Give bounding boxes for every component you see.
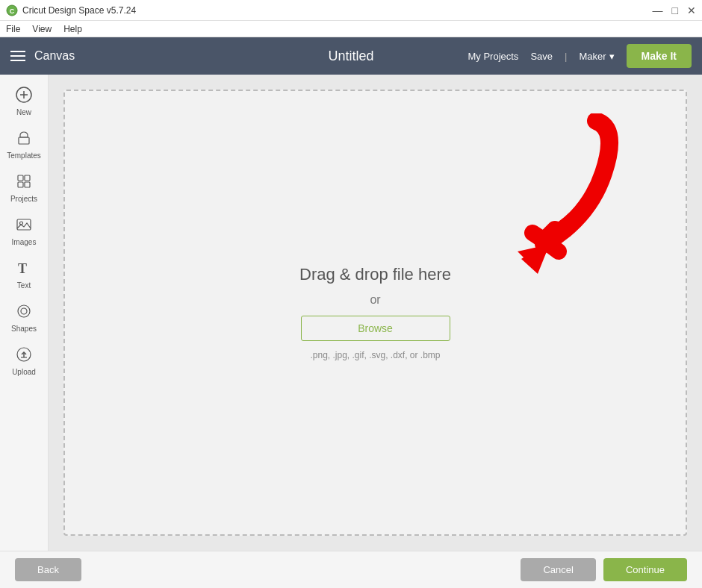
close-button[interactable]: ✕ xyxy=(687,4,696,16)
sidebar-item-images[interactable]: Images xyxy=(0,210,48,252)
upload-icon xyxy=(16,346,32,366)
maker-label: Maker xyxy=(579,51,606,62)
sidebar-item-new-label: New xyxy=(16,108,31,116)
browse-button[interactable]: Browse xyxy=(301,316,450,341)
sidebar-item-new[interactable]: New xyxy=(0,81,48,122)
svg-point-11 xyxy=(20,222,23,225)
make-it-button[interactable]: Make It xyxy=(627,44,692,68)
cancel-button[interactable]: Cancel xyxy=(521,558,595,581)
svg-marker-17 xyxy=(518,244,551,270)
sidebar-item-shapes-label: Shapes xyxy=(11,325,37,333)
or-text: or xyxy=(370,293,380,307)
sidebar-item-projects[interactable]: Projects xyxy=(0,167,48,209)
sidebar-item-upload-label: Upload xyxy=(12,368,36,376)
project-title: Untitled xyxy=(328,49,373,64)
hamburger-menu-button[interactable] xyxy=(10,51,25,61)
text-icon: T xyxy=(16,260,32,279)
minimize-button[interactable]: — xyxy=(653,4,663,16)
canvas-label: Canvas xyxy=(34,49,75,63)
sidebar-item-templates-label: Templates xyxy=(7,151,41,160)
svg-rect-10 xyxy=(17,219,31,230)
svg-point-13 xyxy=(18,305,30,317)
svg-marker-18 xyxy=(521,240,551,274)
svg-rect-8 xyxy=(18,182,23,187)
save-link[interactable]: Save xyxy=(530,51,553,62)
my-projects-link[interactable]: My Projects xyxy=(468,51,518,62)
bottom-bar: Back Cancel Continue xyxy=(0,551,702,588)
new-icon xyxy=(16,87,32,106)
upload-content: Drag & drop file here or Browse .png, .j… xyxy=(299,265,451,360)
projects-icon xyxy=(16,173,32,193)
menu-view[interactable]: View xyxy=(32,24,52,34)
sidebar-item-projects-label: Projects xyxy=(10,195,37,203)
top-nav-left: Canvas xyxy=(10,49,75,63)
sidebar-item-text[interactable]: T Text xyxy=(0,254,48,295)
file-types-text: .png, .jpg, .gif, .svg, .dxf, or .bmp xyxy=(310,350,440,360)
top-nav: Canvas Untitled My Projects Save | Maker… xyxy=(0,37,702,75)
maximize-button[interactable]: □ xyxy=(672,4,678,16)
menu-bar: File View Help xyxy=(0,21,702,37)
sidebar-item-templates[interactable]: Templates xyxy=(0,124,48,166)
canvas-area: Drag & drop file here or Browse .png, .j… xyxy=(49,75,702,551)
app-title: Cricut Design Space v5.7.24 xyxy=(22,5,136,16)
svg-text:T: T xyxy=(18,261,27,276)
sidebar-item-images-label: Images xyxy=(12,238,37,246)
chevron-down-icon: ▾ xyxy=(609,51,615,62)
svg-point-14 xyxy=(21,308,27,314)
sidebar-item-text-label: Text xyxy=(17,281,31,290)
continue-button[interactable]: Continue xyxy=(603,558,687,581)
menu-file[interactable]: File xyxy=(6,24,20,34)
svg-rect-9 xyxy=(25,182,30,187)
sidebar-item-shapes[interactable]: Shapes xyxy=(0,297,48,339)
title-bar: C Cricut Design Space v5.7.24 — □ ✕ xyxy=(0,0,702,21)
back-button[interactable]: Back xyxy=(15,558,81,581)
bottom-right-actions: Cancel Continue xyxy=(521,558,687,581)
maker-selector[interactable]: Maker ▾ xyxy=(579,51,614,62)
svg-rect-6 xyxy=(18,175,23,181)
images-icon xyxy=(16,216,32,236)
svg-rect-5 xyxy=(19,137,29,144)
title-bar-controls[interactable]: — □ ✕ xyxy=(653,4,696,16)
drag-drop-text: Drag & drop file here xyxy=(299,265,451,284)
sidebar-item-upload[interactable]: Upload xyxy=(0,340,48,382)
arrow-indicator xyxy=(476,113,626,280)
upload-drop-zone[interactable]: Drag & drop file here or Browse .png, .j… xyxy=(63,90,687,536)
templates-icon xyxy=(16,130,32,149)
shapes-icon xyxy=(16,303,32,322)
menu-help[interactable]: Help xyxy=(63,24,82,34)
svg-rect-7 xyxy=(25,175,30,181)
nav-divider: | xyxy=(565,51,567,62)
title-bar-left: C Cricut Design Space v5.7.24 xyxy=(6,4,136,16)
top-nav-right: My Projects Save | Maker ▾ Make It xyxy=(468,44,692,68)
main-layout: New Templates Projects xyxy=(0,75,702,551)
cricut-logo-icon: C xyxy=(6,4,18,16)
sidebar: New Templates Projects xyxy=(0,75,49,551)
svg-text:C: C xyxy=(10,7,15,15)
